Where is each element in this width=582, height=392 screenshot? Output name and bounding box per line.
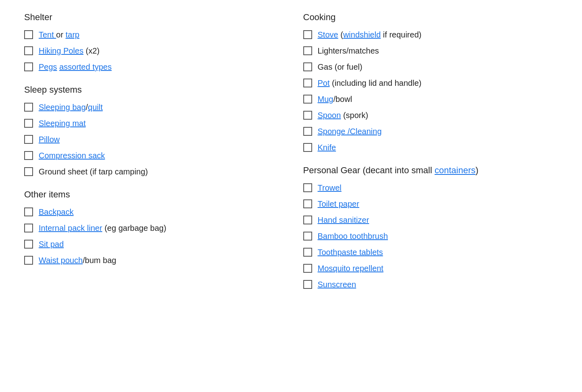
section-other-items: Other itemsBackpackInternal pack liner (… [24,189,279,266]
checkbox-sleeping-mat[interactable] [24,119,33,128]
checkbox-toilet-paper[interactable] [303,199,312,208]
link-sunscreen[interactable]: Sunscreen [318,280,356,289]
link-hiking-poles[interactable]: Hiking Poles [39,46,83,55]
page-layout: ShelterTent or tarpHiking Poles (x2)Pegs… [24,12,558,302]
item-label-toilet-paper: Toilet paper [318,198,359,209]
item-label-mosquito-repellent: Mosquito repellent [318,263,383,274]
link-toilet-paper[interactable]: Toilet paper [318,199,359,208]
section-title-shelter: Shelter [24,12,279,23]
item-label-stove: Stove (windshield if required) [318,29,422,40]
section-title-personal-gear: Personal Gear (decant into small contain… [303,165,558,176]
link-tarp[interactable]: tarp [66,30,79,39]
checklist-item-pot: Pot (including lid and handle) [303,77,558,89]
checklist-item-gas: Gas (or fuel) [303,61,558,73]
checklist-item-sponge: Sponge /Cleaning [303,126,558,137]
checkbox-gas[interactable] [303,62,312,71]
checkbox-sponge[interactable] [303,127,312,136]
item-label-trowel: Trowel [318,182,342,193]
checklist-item-hiking-poles: Hiking Poles (x2) [24,45,279,56]
link-sit-pad[interactable]: Sit pad [39,240,64,249]
link-waist-pouch[interactable]: Waist pouch [39,256,83,265]
checkbox-trowel[interactable] [303,183,312,192]
checkbox-mug[interactable] [303,95,312,104]
item-label-pegs: Pegs assorted types [39,61,112,73]
link-assorted-types[interactable]: assorted types [59,62,112,71]
checklist-item-internal-pack-liner: Internal pack liner (eg garbage bag) [24,222,279,234]
link-toothpaste-tablets[interactable]: Toothpaste tablets [318,248,383,257]
checklist-item-sit-pad: Sit pad [24,239,279,250]
link-pot[interactable]: Pot [318,79,330,87]
link-sleeping-mat[interactable]: Sleeping mat [39,119,86,128]
checklist-item-sleeping-bag: Sleeping bag/quilt [24,102,279,113]
checklist-item-pegs: Pegs assorted types [24,61,279,73]
checklist-item-compression-sack: Compression sack [24,150,279,161]
item-label-toothpaste-tablets: Toothpaste tablets [318,247,383,258]
item-label-bamboo-toothbrush: Bamboo toothbrush [318,230,388,242]
checkbox-spoon[interactable] [303,111,312,120]
section-personal-gear: Personal Gear (decant into small contain… [303,165,558,290]
checklist-item-mug: Mug/bowl [303,93,558,105]
checkbox-lighters[interactable] [303,46,312,55]
checklist-item-ground-sheet: Ground sheet (if tarp camping) [24,166,279,177]
checkbox-mosquito-repellent[interactable] [303,264,312,273]
checklist-item-tent-tarp: Tent or tarp [24,29,279,40]
checkbox-internal-pack-liner[interactable] [24,224,33,232]
checkbox-hand-sanitizer[interactable] [303,216,312,224]
checkbox-pillow[interactable] [24,135,33,144]
checkbox-toothpaste-tablets[interactable] [303,248,312,257]
checkbox-pot[interactable] [303,79,312,87]
item-label-knife: Knife [318,142,336,153]
section-cooking: CookingStove (windshield if required)Lig… [303,12,558,153]
checkbox-sunscreen[interactable] [303,280,312,289]
checkbox-tent-tarp[interactable] [24,30,33,39]
checklist-item-toilet-paper: Toilet paper [303,198,558,209]
item-label-waist-pouch: Waist pouch/bum bag [39,255,116,266]
item-label-tent-tarp: Tent or tarp [39,29,79,40]
checkbox-hiking-poles[interactable] [24,46,33,55]
link-trowel[interactable]: Trowel [318,183,342,192]
link-backpack[interactable]: Backpack [39,207,74,216]
item-label-internal-pack-liner: Internal pack liner (eg garbage bag) [39,222,166,234]
link-quilt[interactable]: quilt [88,103,103,112]
item-label-gas: Gas (or fuel) [318,61,362,73]
link-sleeping-bag[interactable]: Sleeping bag [39,103,86,112]
checkbox-pegs[interactable] [24,62,33,71]
item-label-compression-sack: Compression sack [39,150,105,161]
link-mosquito-repellent[interactable]: Mosquito repellent [318,264,383,273]
link-mug[interactable]: Mug [318,95,333,104]
link-containers[interactable]: containers [435,165,476,175]
item-label-sponge: Sponge /Cleaning [318,126,382,137]
section-sleep-systems: Sleep systemsSleeping bag/quiltSleeping … [24,85,279,177]
link-internal-pack-liner[interactable]: Internal pack liner [39,224,102,232]
item-label-hiking-poles: Hiking Poles (x2) [39,45,99,56]
checkbox-sleeping-bag[interactable] [24,103,33,112]
link-bamboo-toothbrush[interactable]: Bamboo toothbrush [318,232,388,241]
checkbox-waist-pouch[interactable] [24,256,33,265]
link-pillow[interactable]: Pillow [39,135,60,144]
checkbox-sit-pad[interactable] [24,240,33,249]
section-title-other-items: Other items [24,189,279,200]
item-label-hand-sanitizer: Hand sanitizer [318,214,369,226]
link-pegs[interactable]: Pegs [39,62,57,71]
link-tent[interactable]: Tent [39,30,56,39]
link-compression-sack[interactable]: Compression sack [39,151,105,160]
link-windshield[interactable]: windshield [343,30,381,39]
link-spoon[interactable]: Spoon [318,111,341,120]
checkbox-ground-sheet[interactable] [24,167,33,176]
item-label-lighters: Lighters/matches [318,45,379,56]
checkbox-compression-sack[interactable] [24,151,33,160]
link-sponge-cleaning[interactable]: Sponge /Cleaning [318,127,382,136]
link-hand-sanitizer[interactable]: Hand sanitizer [318,216,369,224]
checkbox-backpack[interactable] [24,207,33,216]
checklist-item-pillow: Pillow [24,134,279,145]
link-knife[interactable]: Knife [318,143,336,152]
checkbox-knife[interactable] [303,143,312,152]
link-stove[interactable]: Stove [318,30,338,39]
checkbox-stove[interactable] [303,30,312,39]
item-label-ground-sheet: Ground sheet (if tarp camping) [39,166,148,177]
item-label-spoon: Spoon (spork) [318,110,369,121]
checklist-item-stove: Stove (windshield if required) [303,29,558,40]
checklist-item-backpack: Backpack [24,206,279,218]
checkbox-bamboo-toothbrush[interactable] [303,232,312,241]
checklist-item-waist-pouch: Waist pouch/bum bag [24,255,279,266]
